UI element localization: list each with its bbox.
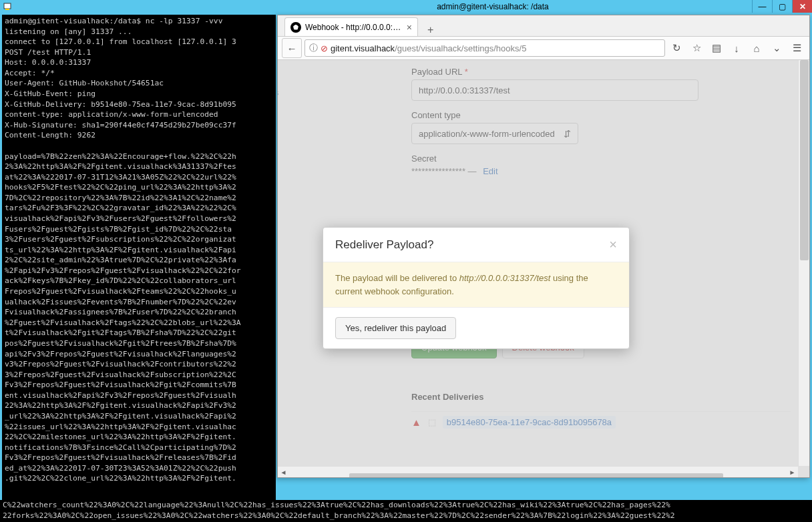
home-button[interactable]: ⌂: [748, 39, 765, 57]
svg-rect-0: [4, 3, 11, 9]
redeliver-modal: Redeliver Payload? × The payload will be…: [323, 227, 630, 349]
tab-title: Webhook - http://0.0.0.0:31: [305, 23, 401, 32]
browser-window: Webhook - http://0.0.0.0:31 × + ← ⓘ ⊘ gi…: [277, 15, 810, 478]
vertical-scrollbar[interactable]: [798, 60, 809, 466]
pocket-button[interactable]: ⌄: [768, 39, 785, 57]
back-button[interactable]: ←: [282, 38, 302, 58]
url-host: gitent.visualhack: [331, 43, 395, 53]
library-button[interactable]: ▤: [708, 39, 725, 57]
modal-body: The payload will be delivered to http://…: [323, 262, 629, 308]
close-button[interactable]: ✕: [792, 0, 812, 13]
terminal-prompt: admin@gitent-visualhack:/data$ nc -lp 31…: [5, 17, 222, 25]
scroll-right-arrow[interactable]: ►: [787, 467, 798, 478]
redeliver-confirm-button[interactable]: Yes, redeliver this payload: [335, 317, 456, 339]
modal-title: Redeliver Payload?: [335, 238, 433, 252]
url-bar[interactable]: ⓘ ⊘ gitent.visualhack/guest/visualhack/s…: [304, 39, 665, 57]
svg-rect-1: [5, 9, 9, 10]
window-titlebar: admin@gitent-visualhack: /data — ▢ ✕: [0, 0, 812, 13]
main-area: admin@gitent-visualhack:/data$ nc -lp 31…: [0, 13, 812, 522]
menu-button[interactable]: ☰: [788, 39, 805, 57]
url-path: /guest/visualhack/settings/hooks/5: [395, 43, 526, 53]
maximize-button[interactable]: ▢: [772, 0, 792, 13]
downloads-button[interactable]: ↓: [728, 39, 745, 57]
window-title: admin@gitent-visualhack: /data: [263, 2, 549, 11]
terminal-overflow: C%22watchers_count%22%3A0%2C%22language%…: [0, 500, 812, 522]
new-tab-button[interactable]: +: [423, 24, 437, 36]
browser-tab[interactable]: Webhook - http://0.0.0.0:31 ×: [284, 17, 418, 36]
terminal[interactable]: admin@gitent-visualhack:/data$ nc -lp 31…: [2, 15, 276, 520]
modal-close-button[interactable]: ×: [609, 237, 617, 252]
putty-icon: [3, 1, 13, 12]
page-content: ys ebs Payload URL * http://0.0.0.0:3133…: [278, 60, 809, 477]
reload-button[interactable]: ↻: [668, 39, 685, 57]
tab-bar: Webhook - http://0.0.0.0:31 × +: [278, 15, 809, 37]
scroll-left-arrow[interactable]: ◄: [278, 467, 289, 478]
scroll-thumb[interactable]: [349, 473, 723, 477]
insecure-icon: ⊘: [321, 43, 328, 53]
bookmark-button[interactable]: ☆: [688, 39, 705, 57]
scroll-thumb[interactable]: [800, 60, 809, 260]
github-icon: [290, 22, 301, 33]
url-bar-row: ← ⓘ ⊘ gitent.visualhack/guest/visualhack…: [278, 37, 809, 60]
info-icon[interactable]: ⓘ: [309, 42, 318, 54]
horizontal-scrollbar[interactable]: ◄ ►: [278, 466, 798, 477]
tab-close-button[interactable]: ×: [407, 22, 412, 33]
minimize-button[interactable]: —: [752, 0, 772, 13]
